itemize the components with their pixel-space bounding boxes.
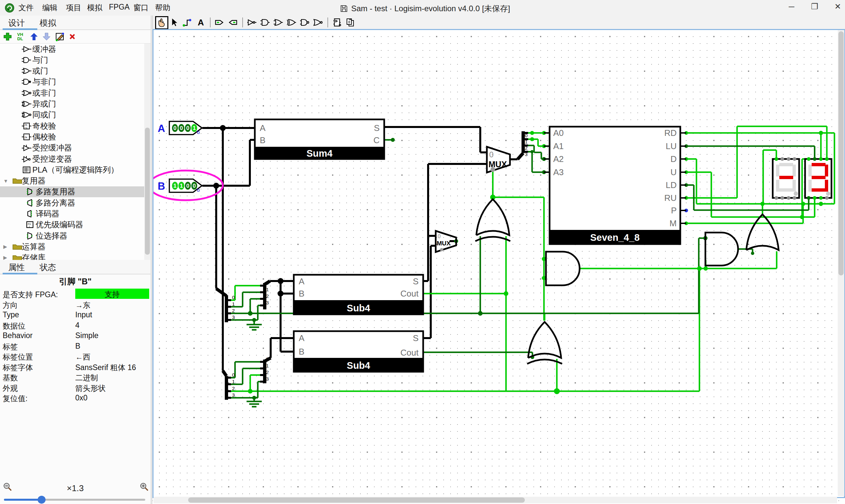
minimize-button[interactable]: ─ xyxy=(785,2,798,11)
edit-tool[interactable] xyxy=(168,17,179,28)
property-row-7[interactable]: 标签字体SansSerif 粗体 16 xyxy=(0,361,151,372)
move-down-button[interactable] xyxy=(41,31,52,42)
tree-item-位选择器[interactable]: 位选择器 xyxy=(0,230,144,241)
tree-item-与非门[interactable]: 与非门 xyxy=(0,76,144,87)
horizontal-scrollbar-thumb[interactable] xyxy=(188,498,525,503)
tree-item-异或门[interactable]: 异或门 xyxy=(0,98,144,109)
edit-appearance-button[interactable] xyxy=(54,31,65,42)
circuit-canvas[interactable]: 0 MUX 0 MUX Sum4 Sub4 xyxy=(153,30,845,504)
tree-item-复用器[interactable]: ▼复用器 xyxy=(0,176,144,186)
tree-item-多路复用器[interactable]: 多路复用器 xyxy=(0,186,144,197)
add-circuit-button[interactable] xyxy=(2,31,13,42)
zoom-in-icon[interactable] xyxy=(139,482,149,492)
property-row-3[interactable]: 数据位4 xyxy=(0,320,151,330)
svg-text:1: 1 xyxy=(525,139,527,144)
svg-text:2: 2 xyxy=(232,385,235,391)
tree-item-或门[interactable]: 或门 xyxy=(0,66,144,76)
zoom-value: ×1.3 xyxy=(0,483,151,493)
close-button[interactable]: ✕ xyxy=(831,2,844,11)
appearance-tool[interactable] xyxy=(345,17,356,28)
menu-3[interactable]: 模拟 xyxy=(87,3,102,13)
tree-item-奇校验[interactable]: 奇校验 xyxy=(0,120,144,131)
tree-item-或非门[interactable]: 或非门 xyxy=(0,87,144,98)
svg-text:Cout: Cout xyxy=(400,348,419,358)
subcircuit-tool[interactable] xyxy=(331,17,342,28)
svg-text:A3: A3 xyxy=(553,167,564,177)
nor-icon xyxy=(21,89,32,97)
menu-2[interactable]: 项目 xyxy=(66,3,81,13)
property-row-6[interactable]: 标签位置←西 xyxy=(0,351,151,361)
or-gate-tool[interactable] xyxy=(272,17,284,28)
xor-gate-tool[interactable] xyxy=(286,17,297,28)
poke-tool[interactable] xyxy=(155,16,168,29)
property-row-10[interactable]: 复位值:0x0 xyxy=(0,393,151,403)
menu-0[interactable]: 文件 xyxy=(18,3,34,13)
svg-text:0: 0 xyxy=(438,234,441,239)
design-tabs: 设计 模拟 xyxy=(0,16,151,30)
horizontal-scrollbar[interactable] xyxy=(154,497,837,503)
property-row-4[interactable]: BehaviorSimple xyxy=(0,330,151,340)
property-row-8[interactable]: 基数二进制 xyxy=(0,372,151,382)
seven-4-8-component[interactable]: Seven_4_8 xyxy=(544,127,686,244)
svg-text:LD: LD xyxy=(666,180,677,190)
sum4-component[interactable]: Sum4 xyxy=(255,120,384,159)
property-row-2[interactable]: TypeInput xyxy=(0,309,151,320)
maximize-button[interactable]: ❐ xyxy=(808,2,821,11)
tree-item-与门[interactable]: 与门 xyxy=(0,54,144,65)
move-up-button[interactable] xyxy=(29,31,40,42)
tree-item-缓冲器[interactable]: 缓冲器 xyxy=(0,43,144,54)
svg-text:MUX: MUX xyxy=(437,240,451,247)
tree-item-偶校验[interactable]: 偶校验 xyxy=(0,131,144,142)
tab-design[interactable]: 设计 xyxy=(8,17,25,29)
logisim-window: 2k+1 2k Prii A xyxy=(0,0,845,504)
not-gate-tool[interactable] xyxy=(246,17,258,28)
add-vhdl-button[interactable]: VHDL xyxy=(15,31,26,42)
seven-segment-display-2[interactable] xyxy=(805,157,831,200)
tree-item-多路分离器[interactable]: 多路分离器 xyxy=(0,197,144,208)
nand-gate-tool[interactable] xyxy=(299,17,310,28)
text-tool[interactable] xyxy=(195,17,206,28)
vertical-scrollbar-thumb[interactable] xyxy=(839,31,844,275)
seven-segment-display-1[interactable] xyxy=(773,157,799,200)
tree-item-运算器[interactable]: ▶运算器 xyxy=(0,241,144,252)
tree-item-受控逆变器[interactable]: 受控逆变器 xyxy=(0,154,144,164)
tree-item-同或门[interactable]: 同或门 xyxy=(0,109,144,120)
svg-text:A: A xyxy=(299,276,305,286)
collapse-arrow-icon[interactable]: ▶ xyxy=(3,244,7,250)
input-pin-tool[interactable] xyxy=(214,17,225,28)
svg-text:RD: RD xyxy=(664,128,677,138)
tree-scrollbar[interactable] xyxy=(144,43,151,274)
menu-6[interactable]: 帮助 xyxy=(155,3,170,13)
folder-icon xyxy=(12,243,23,250)
property-row-9[interactable]: 外观箭头形状 xyxy=(0,382,151,393)
and-gate-tool[interactable] xyxy=(260,17,271,28)
property-row-0[interactable]: 是否支持 FPGA:支持 xyxy=(0,289,151,299)
expand-arrow-icon[interactable]: ▼ xyxy=(3,178,8,184)
svg-text:Seven_4_8: Seven_4_8 xyxy=(590,232,640,243)
tab-properties[interactable]: 属性 xyxy=(8,262,25,273)
svg-text:2: 2 xyxy=(266,293,269,299)
explorer-toolbar: VHDL xyxy=(0,30,151,43)
vertical-scrollbar[interactable] xyxy=(838,30,844,496)
nor-gate-tool[interactable] xyxy=(312,17,323,28)
tab-state[interactable]: 状态 xyxy=(40,262,56,273)
menu-5[interactable]: 窗口 xyxy=(133,3,148,13)
wire-tool[interactable] xyxy=(181,17,193,28)
svg-text:D: D xyxy=(670,154,677,164)
zoom-slider[interactable] xyxy=(4,499,145,501)
svg-text:M: M xyxy=(669,218,677,228)
zoom-slider-thumb[interactable] xyxy=(38,496,46,504)
property-row-1[interactable]: 方向→东 xyxy=(0,299,151,309)
delete-circuit-button[interactable] xyxy=(67,31,78,42)
menu-4[interactable]: FPGA xyxy=(109,3,130,12)
input-pin-a[interactable]: A 0001 b xyxy=(158,121,202,135)
property-row-5[interactable]: 标签B xyxy=(0,341,151,351)
output-pin-tool[interactable] xyxy=(227,17,238,28)
tree-item-PLA（可编程逻辑阵列）[interactable]: PLA（可编程逻辑阵列） xyxy=(0,164,144,175)
tab-simulate[interactable]: 模拟 xyxy=(40,17,56,29)
tree-item-译码器[interactable]: 译码器 xyxy=(0,209,144,219)
input-pin-b[interactable]: B 1100 b xyxy=(158,179,202,193)
menu-1[interactable]: 编辑 xyxy=(42,3,57,13)
tree-item-受控缓冲器[interactable]: 受控缓冲器 xyxy=(0,143,144,154)
tree-item-优先级编码器[interactable]: 优先级编码器 xyxy=(0,219,144,230)
